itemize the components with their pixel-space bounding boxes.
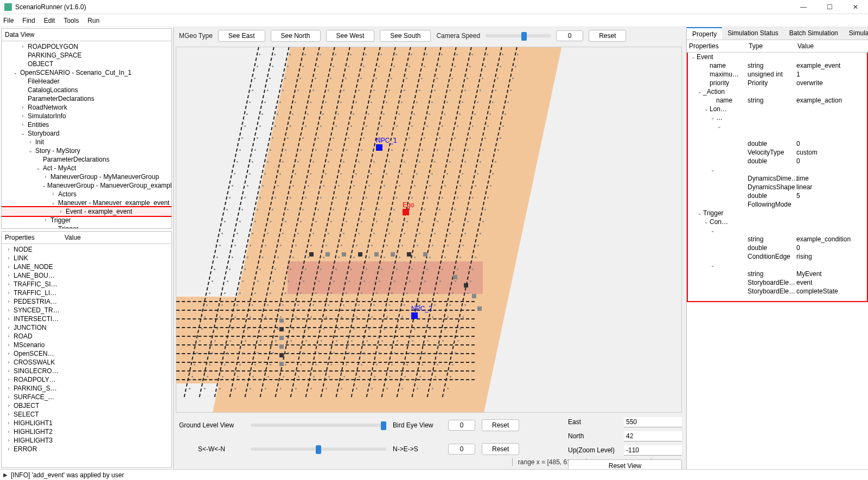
tree-item[interactable]: ›Entities (2, 120, 171, 129)
see-east-button[interactable]: See East (218, 30, 265, 42)
tree-item[interactable]: CatalogLocations (2, 86, 171, 94)
menu-file[interactable]: File (3, 17, 14, 24)
tree-item[interactable]: ParameterDeclarations (2, 94, 171, 103)
property-row[interactable]: ⌄Event (688, 53, 867, 61)
camera-speed-slider[interactable] (486, 34, 551, 37)
tree-item[interactable]: ParameterDeclarations (2, 155, 171, 164)
prop-item[interactable]: ›OpenSCEN… (2, 349, 171, 358)
properties-list[interactable]: ›NODE›LINK›LANE_NODE›LANE_BOU…›TRAFFIC_S… (2, 244, 171, 455)
property-row[interactable]: DynamicsShapelinear (688, 183, 867, 191)
tree-item[interactable]: ⌄Maneuver - Maneuver_example_event (2, 199, 171, 207)
prop-item[interactable]: ›ROADPOLY… (2, 375, 171, 384)
minimize-button[interactable]: — (795, 3, 812, 11)
property-row[interactable]: StoryboardEle…completeState (688, 287, 867, 296)
prop-item[interactable]: ›HIGHLIGHT3 (2, 436, 171, 445)
tree-item[interactable]: ⌄ManeuverGroup - ManueverGroup_exampl… (2, 181, 171, 190)
property-row[interactable]: ConditionEdgerising (688, 252, 867, 261)
property-row[interactable]: ⌄Trigger (688, 209, 867, 217)
tree-item[interactable]: ›ManeuverGroup - MyManeuverGroup (2, 172, 171, 181)
property-row[interactable]: ⌄ (688, 261, 867, 270)
camera-speed-value[interactable]: 0 (556, 30, 583, 41)
tab-simulation-status[interactable]: Simulation Status (722, 27, 783, 40)
prop-item[interactable]: ›SURFACE_… (2, 393, 171, 401)
property-row[interactable]: ⌄Con… (688, 217, 867, 226)
tree-item[interactable]: ›Init (2, 138, 171, 146)
menu-run[interactable]: Run (87, 17, 99, 24)
property-row[interactable]: ⌄ (688, 226, 867, 235)
close-button[interactable]: ✕ (847, 3, 864, 11)
tree-item[interactable]: ⌄Storyboard (2, 129, 171, 138)
prop-item[interactable]: ›HIGHLIGHT1 (2, 419, 171, 427)
property-row[interactable]: ⌄Lon… (688, 105, 867, 113)
property-row[interactable]: double0 (688, 244, 867, 252)
maximize-button[interactable]: ☐ (821, 3, 838, 11)
north-input[interactable]: 42 (624, 431, 682, 441)
tab-simulation-more[interactable]: Simulati (844, 27, 868, 40)
zoom-input[interactable]: -110 (624, 445, 682, 456)
tree-item[interactable]: PARKING_SPACE (2, 51, 171, 60)
property-row[interactable]: namestringexample_action (688, 96, 867, 105)
tree-item[interactable]: FileHeader (2, 77, 171, 86)
prop-item[interactable]: ›SINGLECRO… (2, 367, 171, 375)
prop-item[interactable]: ›ERROR (2, 445, 171, 453)
rotation-reset-button[interactable]: Reset (482, 443, 519, 455)
property-row[interactable]: stringexample_condition (688, 235, 867, 244)
ego-marker[interactable]: Ego (403, 201, 414, 216)
prop-item[interactable]: ›TRAFFIC_SI… (2, 280, 171, 289)
property-row[interactable]: StoryboardEle…event (688, 278, 867, 287)
property-row[interactable]: ⌄… (688, 113, 867, 122)
prop-item[interactable]: ›PARKING_S… (2, 384, 171, 393)
see-north-button[interactable]: See North (271, 30, 321, 42)
property-row[interactable]: double0 (688, 139, 867, 148)
property-row[interactable]: ⌄ (688, 122, 867, 131)
camera-reset-button[interactable]: Reset (589, 30, 626, 42)
property-row[interactable]: maximu…unsigned int1 (688, 70, 867, 79)
property-row[interactable]: ⌄ (688, 165, 867, 174)
prop-item[interactable]: ›SYNCED_TR… (2, 306, 171, 315)
prop-item[interactable]: ›LINK (2, 254, 171, 263)
rotation-value[interactable]: 0 (448, 444, 475, 455)
bird-eye-value[interactable]: 0 (448, 420, 475, 431)
tree-item[interactable]: OBJECT (2, 60, 171, 68)
tree-item[interactable]: ›SimulatorInfo (2, 112, 171, 120)
menu-find[interactable]: Find (22, 17, 35, 24)
property-row[interactable]: stringMyEvent (688, 270, 867, 278)
tree-item[interactable]: Trigger (2, 225, 171, 229)
prop-item[interactable]: ›TRAFFIC_LI… (2, 289, 171, 297)
prop-item[interactable]: ›CROSSWALK (2, 358, 171, 367)
tree-item[interactable]: ›RoadNetwork (2, 103, 171, 112)
prop-item[interactable]: ›INTERSECTI… (2, 315, 171, 323)
property-row[interactable]: DynamicsDime…time (688, 174, 867, 183)
prop-item[interactable]: ›HIGHLIGHT2 (2, 427, 171, 436)
tree-item[interactable]: ›Trigger (2, 216, 171, 225)
property-row[interactable]: ⌄_Action (688, 87, 867, 96)
property-grid[interactable]: ⌄Eventnamestringexample_eventmaximu…unsi… (688, 53, 867, 301)
property-row[interactable]: namestringexample_event (688, 61, 867, 70)
tree-item[interactable]: ›ROADPOLYGON (2, 42, 171, 51)
prop-item[interactable]: ›PEDESTRIA… (2, 297, 171, 306)
npc2-marker[interactable]: NPC_2 (411, 305, 432, 320)
map-viewport[interactable]: NPC_1 Ego NPC_2 (176, 47, 682, 413)
npc1-marker[interactable]: NPC_1 (376, 137, 397, 152)
tree-item[interactable]: ⌄Act - MyAct (2, 164, 171, 172)
prop-item[interactable]: ›JUNCTION (2, 323, 171, 332)
tab-batch-simulation[interactable]: Batch Simulation (784, 27, 844, 40)
property-row[interactable]: FollowingMode (688, 200, 867, 209)
see-west-button[interactable]: See West (326, 30, 375, 42)
prop-item[interactable]: ›NODE (2, 245, 171, 254)
tree-item[interactable]: ›Event - example_event (2, 207, 171, 216)
rotation-slider[interactable] (251, 447, 386, 451)
property-row[interactable]: priorityPriorityoverwrite (688, 79, 867, 87)
data-view-tree[interactable]: ›ROADPOLYGONPARKING_SPACEOBJECT⌄OpenSCEN… (2, 41, 171, 229)
status-play-icon[interactable]: ▶ (3, 472, 8, 478)
menu-edit[interactable]: Edit (44, 17, 55, 24)
menu-tools[interactable]: Tools (63, 17, 79, 24)
ground-level-slider[interactable] (251, 424, 386, 427)
property-row[interactable]: double0 (688, 157, 867, 165)
prop-item[interactable]: ›LANE_BOU… (2, 271, 171, 280)
tree-item[interactable]: ⌄Story - MyStory (2, 146, 171, 155)
property-row[interactable] (688, 131, 867, 139)
east-input[interactable]: 550 (624, 417, 682, 427)
property-row[interactable]: VelocityTypecustom (688, 148, 867, 157)
tree-item[interactable]: ›Actors (2, 190, 171, 199)
